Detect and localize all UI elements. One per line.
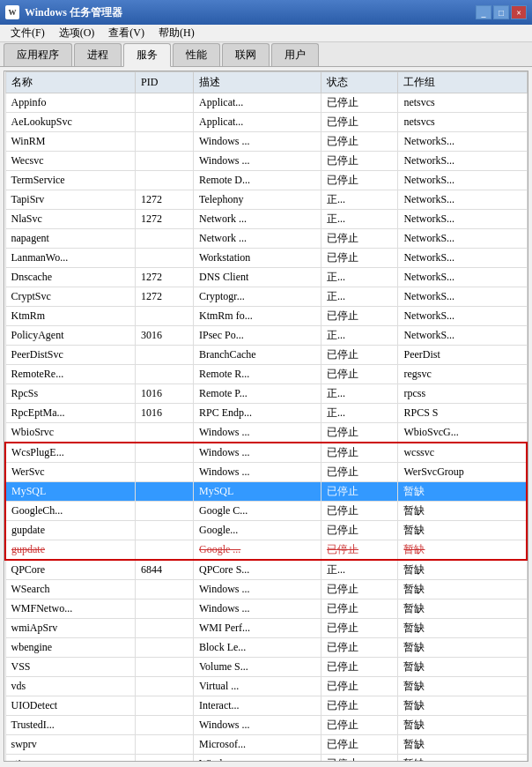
cell-group: NetworkS... bbox=[398, 229, 527, 249]
cell-name: MySQL bbox=[5, 482, 135, 502]
cell-pid: 1272 bbox=[135, 190, 193, 210]
table-row[interactable]: gupdateGoogle...已停止暂缺 bbox=[5, 521, 527, 540]
tab-processes[interactable]: 进程 bbox=[74, 43, 122, 66]
cell-status: 已停止 bbox=[321, 521, 398, 540]
table-row[interactable]: PeerDistSvcBranchCache已停止PeerDist bbox=[5, 346, 527, 365]
cell-group: NetworkS... bbox=[398, 326, 527, 346]
cell-pid bbox=[135, 307, 193, 326]
table-row[interactable]: RpcEptMa...1016RPC Endp...正...RPCS S bbox=[5, 404, 527, 423]
table-row[interactable]: AppinfoApplicat...已停止netsvcs bbox=[5, 93, 527, 113]
cell-name: RemoteRe... bbox=[5, 365, 135, 384]
cell-name: wbengine bbox=[5, 638, 135, 658]
table-row[interactable]: gupdateGoogle ...已停止暂缺 bbox=[5, 540, 527, 561]
table-row[interactable]: WMFNetwo...Windows ...已停止暂缺 bbox=[5, 599, 527, 619]
cell-status: 已停止 bbox=[321, 716, 398, 735]
tab-users[interactable]: 用户 bbox=[271, 43, 319, 66]
cell-name: RpcEptMa... bbox=[5, 404, 135, 423]
menu-help[interactable]: 帮助(H) bbox=[151, 24, 202, 42]
cell-group: regsvc bbox=[398, 365, 527, 384]
cell-pid bbox=[135, 171, 193, 190]
cell-desc: Google C... bbox=[193, 502, 321, 521]
cell-name: KtmRm bbox=[5, 307, 135, 326]
table-row[interactable]: vdsVirtual ...已停止暂缺 bbox=[5, 677, 527, 696]
cell-status: 已停止 bbox=[321, 423, 398, 443]
cell-status: 已停止 bbox=[321, 346, 398, 365]
col-header-pid[interactable]: PID bbox=[135, 72, 193, 93]
table-row[interactable]: WbioSrvcWindows ...已停止WbioSvcG... bbox=[5, 423, 527, 443]
table-row[interactable]: VSSVolume S...已停止暂缺 bbox=[5, 658, 527, 677]
cell-group: NetworkS... bbox=[398, 210, 527, 229]
table-row[interactable]: QPCore6844QPCore S...正...暂缺 bbox=[5, 560, 527, 580]
tab-applications[interactable]: 应用程序 bbox=[4, 43, 72, 66]
cell-desc: Remote R... bbox=[193, 365, 321, 384]
cell-group: NetworkS... bbox=[398, 249, 527, 268]
col-header-name[interactable]: 名称 bbox=[5, 72, 135, 93]
col-header-group[interactable]: 工作组 bbox=[398, 72, 527, 93]
table-row[interactable]: wbengineBlock Le...已停止暂缺 bbox=[5, 638, 527, 658]
cell-pid bbox=[135, 716, 193, 735]
table-row[interactable]: AeLookupSvcApplicat...已停止netsvcs bbox=[5, 113, 527, 132]
tab-performance[interactable]: 性能 bbox=[173, 43, 220, 66]
table-row[interactable]: NlaSvc1272Network ...正...NetworkS... bbox=[5, 210, 527, 229]
table-wrapper[interactable]: 名称 PID 描述 状态 工作组 AppinfoApplicat...已停止ne… bbox=[4, 71, 528, 761]
cell-pid bbox=[135, 638, 193, 658]
menu-options[interactable]: 选项(O) bbox=[52, 24, 102, 42]
table-row[interactable]: WinRMWindows ...已停止NetworkS... bbox=[5, 132, 527, 152]
table-row[interactable]: MySQLMySQL已停止暂缺 bbox=[5, 482, 527, 502]
cell-group: 暂缺 bbox=[398, 735, 527, 755]
table-row[interactable]: TapiSrv1272Telephony正...NetworkS... bbox=[5, 190, 527, 210]
table-row[interactable]: WcsPlugE...Windows ...已停止wcssvc bbox=[5, 443, 527, 463]
cell-name: Dnscache bbox=[5, 268, 135, 287]
minimize-button[interactable]: _ bbox=[476, 5, 491, 19]
cell-status: 正... bbox=[321, 560, 398, 580]
table-row[interactable]: WerSvcWindows ...已停止WerSvcGroup bbox=[5, 463, 527, 482]
table-row[interactable]: wmiApSrvWMI Perf...已停止暂缺 bbox=[5, 619, 527, 638]
cell-group: 暂缺 bbox=[398, 696, 527, 716]
cell-status: 已停止 bbox=[321, 696, 398, 716]
table-row[interactable]: UIODetectInteract...已停止暂缺 bbox=[5, 696, 527, 716]
cell-status: 已停止 bbox=[321, 307, 398, 326]
table-row[interactable]: TrustedI...Windows ...已停止暂缺 bbox=[5, 716, 527, 735]
cell-pid: 1016 bbox=[135, 404, 193, 423]
table-row[interactable]: napagentNetwork ...已停止NetworkS... bbox=[5, 229, 527, 249]
cell-name: WbioSrvc bbox=[5, 423, 135, 443]
tab-services[interactable]: 服务 bbox=[123, 43, 171, 67]
cell-name: WMFNetwo... bbox=[5, 599, 135, 619]
window-controls: _ □ × bbox=[476, 5, 527, 19]
table-row[interactable]: PolicyAgent3016IPsec Po...正...NetworkS..… bbox=[5, 326, 527, 346]
table-row[interactable]: Dnscache1272DNS Client正...NetworkS... bbox=[5, 268, 527, 287]
cell-status: 已停止 bbox=[321, 658, 398, 677]
table-row[interactable]: GoogleCh...Google C...已停止暂缺 bbox=[5, 502, 527, 521]
menu-view[interactable]: 查看(V) bbox=[101, 24, 151, 42]
table-row[interactable]: RpcSs1016Remote P...正...rpcss bbox=[5, 384, 527, 404]
cell-pid bbox=[135, 482, 193, 502]
cell-status: 正... bbox=[321, 384, 398, 404]
table-row[interactable]: CryptSvc1272Cryptogr...正...NetworkS... bbox=[5, 287, 527, 307]
cell-status: 已停止 bbox=[321, 171, 398, 190]
table-row[interactable]: RemoteRe...Remote R...已停止regsvc bbox=[5, 365, 527, 384]
cell-pid: 1272 bbox=[135, 287, 193, 307]
cell-group: 暂缺 bbox=[398, 599, 527, 619]
table-row[interactable]: WecsvcWindows ...已停止NetworkS... bbox=[5, 152, 527, 171]
cell-desc: KtmRm fo... bbox=[193, 307, 321, 326]
cell-status: 已停止 bbox=[321, 735, 398, 755]
cell-desc: Windows ... bbox=[193, 132, 321, 152]
menu-file[interactable]: 文件(F) bbox=[4, 24, 52, 42]
table-row[interactable]: KtmRmKtmRm fo...已停止NetworkS... bbox=[5, 307, 527, 326]
table-row[interactable]: stisvcWindows ...已停止暂缺 bbox=[5, 755, 527, 762]
table-row[interactable]: TermServiceRemote D...已停止NetworkS... bbox=[5, 171, 527, 190]
cell-group: 暂缺 bbox=[398, 560, 527, 580]
cell-name: swprv bbox=[5, 735, 135, 755]
maximize-button[interactable]: □ bbox=[493, 5, 509, 19]
col-header-status[interactable]: 状态 bbox=[321, 72, 398, 93]
table-row[interactable]: WSearchWindows ...已停止暂缺 bbox=[5, 580, 527, 599]
table-row[interactable]: LanmanWo...Workstation已停止NetworkS... bbox=[5, 249, 527, 268]
col-header-desc[interactable]: 描述 bbox=[193, 72, 321, 93]
cell-status: 正... bbox=[321, 287, 398, 307]
menu-bar: 文件(F) 选项(O) 查看(V) 帮助(H) bbox=[0, 25, 532, 42]
tab-networking[interactable]: 联网 bbox=[222, 43, 270, 66]
close-button[interactable]: × bbox=[511, 5, 527, 19]
table-row[interactable]: swprvMicrosof...已停止暂缺 bbox=[5, 735, 527, 755]
window-title: Windows 任务管理器 bbox=[25, 5, 122, 20]
cell-status: 已停止 bbox=[321, 463, 398, 482]
